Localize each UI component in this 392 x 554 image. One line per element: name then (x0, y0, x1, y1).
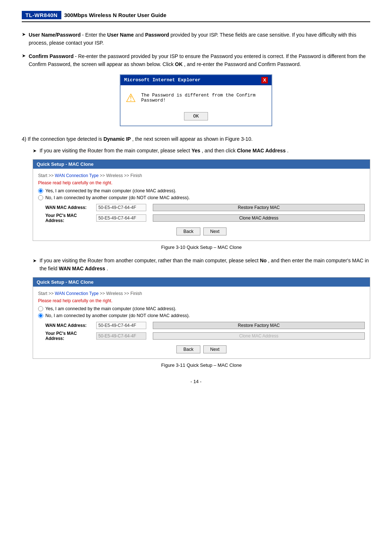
sub2-bold1: No (260, 258, 267, 263)
sub-bullet-2: ➤ If you are visiting the Router from an… (33, 257, 370, 273)
figure10-caption: Figure 3-10 Quick Setup – MAC Clone (33, 245, 370, 250)
sub1-text1: If you are visiting the Router from the … (40, 148, 192, 153)
bullet1-bold1: User Name (107, 32, 134, 38)
guide-title: 300Mbps Wireless N Router User Guide (64, 12, 167, 18)
dialog-title-bar: Microsoft Internet Explorer X (121, 75, 271, 85)
clone-mac-btn-1[interactable]: Clone MAC Address (153, 214, 365, 222)
bullet2-dash: - (75, 53, 78, 59)
breadcrumb-rest: >> Wireless >> Finish (100, 173, 142, 178)
radio-row-no-1: No, I am connected by another computer (… (38, 195, 365, 200)
mac-panel2-breadcrumb: Start >> WAN Connection Type >> Wireless… (38, 291, 365, 296)
radio-yes-1-label: Yes, I am connected by the main computer… (45, 188, 176, 193)
mac-nav-2: Back Next (38, 345, 365, 353)
restore-factory-mac-btn-1[interactable]: Restore Factory MAC (153, 204, 365, 211)
pc-mac-label-1: Your PC's MAC Address: (45, 213, 96, 223)
sub-bullet-1: ➤ If you are visiting the Router from th… (33, 147, 370, 155)
mac-panel1-body: Start >> WAN Connection Type >> Wireless… (33, 169, 370, 241)
radio-row-no-2: No, I am connected by another computer (… (38, 313, 365, 318)
next-btn-1[interactable]: Next (203, 227, 226, 235)
dialog-footer: OK (121, 110, 271, 126)
bullet1-text1: Enter the (85, 32, 107, 38)
back-btn-1[interactable]: Back (176, 227, 200, 235)
sub2-text1: If you are visiting the Router from anot… (40, 258, 260, 263)
breadcrumb2-rest: >> Wireless >> Finish (100, 291, 142, 296)
bullet-content-1: User Name/Password - Enter the User Name… (29, 31, 370, 47)
pc-mac-input-1[interactable] (96, 214, 146, 222)
step4-header: 4) If the connection type detected is Dy… (22, 135, 370, 143)
sub-arrow-2: ➤ (33, 257, 37, 265)
bullet-content-2: Confirm Password - Re-enter the password… (29, 52, 370, 69)
model-label: TL-WR840N (22, 11, 61, 19)
mac-panel1-help: Please read help carefully on the right. (38, 180, 365, 185)
radio-yes-2[interactable] (38, 306, 43, 311)
sub1-bold1: Yes (192, 148, 200, 153)
step4-bold1: Dynamic IP (103, 136, 131, 142)
sub-content-1: If you are visiting the Router from the … (40, 147, 370, 155)
mac-panel1-breadcrumb: Start >> WAN Connection Type >> Wireless… (38, 173, 365, 178)
breadcrumb-start: Start >> (38, 173, 55, 178)
bullet1-dash: - (82, 32, 85, 38)
bullet1-text2: and (135, 32, 145, 38)
page-number: - 14 - (22, 379, 370, 384)
radio-yes-1[interactable] (38, 188, 43, 193)
radio-no-2[interactable] (38, 313, 43, 318)
next-btn-2[interactable]: Next (203, 345, 226, 353)
pc-mac-label-2: Your PC's MAC Address: (45, 331, 96, 341)
mac-fields-2: WAN MAC Address: Restore Factory MAC You… (45, 322, 365, 341)
bullet-arrow-1: ➤ (22, 32, 26, 37)
breadcrumb-wan-link[interactable]: WAN Connection Type (55, 173, 99, 178)
mac-panel2-body: Start >> WAN Connection Type >> Wireless… (33, 287, 370, 358)
pc-mac-input-2 (96, 332, 146, 340)
sub-arrow-1: ➤ (33, 147, 37, 155)
mac-panel2-title: Quick Setup - MAC Clone (33, 278, 370, 287)
figure11-caption: Figure 3-11 Quick Setup – MAC Clone (33, 362, 370, 368)
sub1-bold2: Clone MAC Address (237, 148, 286, 153)
radio-row-yes-2: Yes, I am connected by the main computer… (38, 306, 365, 311)
dialog-wrapper: Microsoft Internet Explorer X ⚠ The Pass… (22, 74, 370, 126)
step-4: 4) If the connection type detected is Dy… (22, 135, 370, 368)
radio-no-2-label: No, I am connected by another computer (… (45, 313, 190, 318)
step4-text1: If the connection type detected is (28, 136, 103, 142)
bullet1-bold2: Password (145, 32, 169, 38)
restore-factory-mac-btn-2[interactable]: Restore Factory MAC (153, 322, 365, 329)
sub1-text2: , and then click (202, 148, 237, 153)
back-btn-2[interactable]: Back (176, 345, 200, 353)
dialog-ok-button[interactable]: OK (184, 112, 208, 120)
ie-dialog: Microsoft Internet Explorer X ⚠ The Pass… (120, 74, 272, 126)
bullet2-bold1: OK (175, 61, 183, 67)
wan-mac-label-1: WAN MAC Address: (45, 205, 96, 210)
label-username-password: User Name/Password (29, 32, 81, 38)
wan-mac-input-2[interactable] (96, 322, 146, 329)
sub-content-2: If you are visiting the Router from anot… (40, 257, 370, 273)
breadcrumb2-wan-link[interactable]: WAN Connection Type (55, 291, 99, 296)
step4-prefix: 4) (22, 136, 26, 142)
sub2-period: . (107, 266, 108, 271)
dialog-message: The Password is different from the Confi… (141, 93, 266, 103)
dialog-close-button[interactable]: X (261, 77, 268, 83)
bullet-username-password: ➤ User Name/Password - Enter the User Na… (22, 31, 370, 47)
dialog-body: ⚠ The Password is different from the Con… (121, 85, 271, 110)
bullet-confirm-password: ➤ Confirm Password - Re-enter the passwo… (22, 52, 370, 69)
bullet-arrow-2: ➤ (22, 53, 26, 58)
radio-no-1-label: No, I am connected by another computer (… (45, 195, 190, 200)
radio-yes-2-label: Yes, I am connected by the main computer… (45, 306, 176, 311)
page-header: TL-WR840N 300Mbps Wireless N Router User… (22, 11, 370, 22)
mac-panel1-title: Quick Setup - MAC Clone (33, 160, 370, 169)
mac-nav-1: Back Next (38, 227, 365, 235)
label-confirm-password: Confirm Password (29, 53, 74, 59)
breadcrumb2-start: Start >> (38, 291, 55, 296)
mac-fields-1: WAN MAC Address: Restore Factory MAC You… (45, 204, 365, 223)
sub1-period: . (287, 148, 289, 153)
wan-mac-input-1[interactable] (96, 204, 146, 211)
mac-panel2-help: Please read help carefully on the right. (38, 298, 365, 303)
mac-clone-panel-1: Quick Setup - MAC Clone Start >> WAN Con… (33, 159, 370, 241)
radio-row-yes-1: Yes, I am connected by the main computer… (38, 188, 365, 193)
warning-icon: ⚠ (126, 91, 136, 105)
radio-no-1[interactable] (38, 195, 43, 200)
bullet2-text2: , and re-enter the Password and Confirm … (184, 61, 301, 67)
wan-mac-label-2: WAN MAC Address: (45, 323, 96, 328)
step4-text2: , the next screen will appear as shown i… (132, 136, 253, 142)
mac-clone-panel-2: Quick Setup - MAC Clone Start >> WAN Con… (33, 277, 370, 359)
clone-mac-btn-2: Clone MAC Address (153, 332, 365, 340)
sub2-bold2: WAN MAC Address (59, 266, 105, 271)
